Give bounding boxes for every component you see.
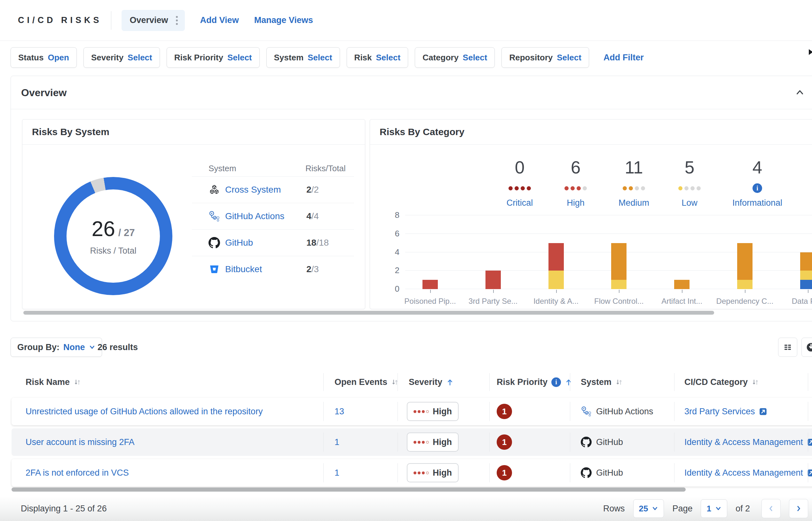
cell-separator <box>398 432 398 452</box>
open-events-link[interactable]: 1 <box>335 437 339 447</box>
column-label: Severity <box>409 377 442 387</box>
column-header-risk-name[interactable]: Risk Name <box>26 377 81 387</box>
bar-segment-high <box>486 271 501 289</box>
risks-by-category-chart: 02468Poisoned Pip...3rd Party Se...Ident… <box>405 215 812 289</box>
collapse-chevron-up-icon[interactable] <box>794 87 805 99</box>
x-axis-category-label: Identity & A... <box>524 297 588 306</box>
bar-segment-high <box>423 280 438 289</box>
table-horizontal-scrollbar[interactable] <box>12 488 686 492</box>
risk-name-link[interactable]: 2FA is not enforced in VCS <box>26 468 129 478</box>
table-row[interactable]: User account is missing 2FA 1 High 1 Git… <box>12 428 812 456</box>
y-axis-tick-label: 2 <box>381 266 400 275</box>
dot <box>577 186 581 190</box>
system-table-header: System Risks/Total <box>192 163 354 177</box>
github-icon <box>581 437 592 448</box>
cell-separator <box>674 402 675 421</box>
category-link[interactable]: Identity & Access Management <box>684 468 803 478</box>
dot <box>678 186 682 190</box>
column-separator <box>398 373 398 391</box>
category-link[interactable]: Identity & Access Management <box>684 437 803 447</box>
dot <box>697 186 701 190</box>
overview-horizontal-scrollbar[interactable] <box>23 311 714 315</box>
table-row[interactable]: Unrestricted usage of GitHub Actions all… <box>12 398 812 425</box>
next-page-button[interactable] <box>789 499 808 518</box>
add-view-link[interactable]: Add View <box>200 15 239 25</box>
column-header-risk-priority[interactable]: Risk Priority i <box>497 377 573 387</box>
chevron-right-icon <box>795 505 803 513</box>
rows-per-page-select[interactable]: 25 <box>633 499 664 518</box>
filter-value: Select <box>128 53 152 63</box>
severity-label-link[interactable]: Low <box>654 198 725 208</box>
group-by-dropdown[interactable]: Group By: None <box>10 338 102 357</box>
system-row-bitbucket: Bitbucket 2/3 <box>192 256 354 282</box>
donut-caption: Risks / Total <box>90 246 136 256</box>
filter-chip-system[interactable]: System Select <box>266 47 340 68</box>
dot <box>418 441 421 444</box>
risk-name-link[interactable]: User account is missing 2FA <box>26 437 135 447</box>
column-header-cicd-category[interactable]: CI/CD Category <box>684 377 759 387</box>
kebab-menu-icon[interactable] <box>175 15 179 26</box>
bar-segment-medium <box>737 243 752 280</box>
cell-separator <box>489 432 490 452</box>
chevron-down-icon <box>89 344 95 350</box>
download-button[interactable] <box>802 338 812 357</box>
filter-label: Risk <box>354 53 372 63</box>
sort-asc-icon <box>565 378 573 386</box>
system-link[interactable]: Bitbucket <box>225 264 262 274</box>
tab-overview[interactable]: Overview <box>122 10 185 31</box>
info-icon[interactable]: i <box>551 377 561 387</box>
system-value: GitHub <box>596 468 623 478</box>
filter-chip-risk-priority[interactable]: Risk Priority Select <box>167 47 260 68</box>
severity-dots <box>413 441 429 444</box>
severity-label-link[interactable]: Informational <box>722 198 792 208</box>
column-header-open-events[interactable]: Open Events <box>335 377 399 387</box>
cell-separator <box>808 463 808 482</box>
system-link[interactable]: GitHub <box>225 237 253 248</box>
x-axis-tick <box>682 290 682 293</box>
page-value: 1 <box>706 504 711 514</box>
column-separator <box>674 373 675 391</box>
y-axis-tick-label: 8 <box>381 210 400 220</box>
filter-chip-repository[interactable]: Repository Select <box>501 47 589 68</box>
filter-chip-severity[interactable]: Severity Select <box>84 47 160 68</box>
columns-settings-button[interactable] <box>778 338 797 357</box>
previous-page-button[interactable] <box>762 499 781 518</box>
card-title-row: Risks By System <box>22 119 365 145</box>
page-label: Page <box>672 504 692 514</box>
page-select[interactable]: 1 <box>701 499 727 518</box>
dot <box>422 472 425 474</box>
risk-name-link[interactable]: Unrestricted usage of GitHub Actions all… <box>26 407 262 416</box>
system-risks-total: 2/3 <box>306 264 319 274</box>
x-axis-category-label: Dependency C... <box>713 297 777 306</box>
category-cell: Identity & Access Management <box>684 468 812 478</box>
overview-panel-header: Overview <box>11 76 812 109</box>
category-link[interactable]: 3rd Party Services <box>684 407 755 416</box>
risks-total-column-header: Risks/Total <box>305 163 346 174</box>
external-link-icon[interactable] <box>759 407 767 415</box>
system-link[interactable]: GitHub Actions <box>225 211 284 221</box>
filter-chip-category[interactable]: Category Select <box>415 47 495 68</box>
add-filter-link[interactable]: Add Filter <box>603 53 644 63</box>
column-header-severity[interactable]: Severity <box>409 377 454 387</box>
scroll-right-icon[interactable] <box>809 49 812 57</box>
filter-chip-status[interactable]: Status Open <box>10 47 77 68</box>
risks-table-header: Risk Name Open Events Severity Risk Prio… <box>12 372 812 392</box>
cell-separator <box>570 402 570 421</box>
system-link[interactable]: Cross System <box>225 185 281 195</box>
github-icon <box>209 237 220 249</box>
filter-chip-risk[interactable]: Risk Select <box>347 47 408 68</box>
cell-separator <box>570 463 570 482</box>
filter-label: Category <box>423 53 458 63</box>
donut-total-value: / 27 <box>118 227 135 239</box>
sort-asc-icon <box>446 378 454 386</box>
dot <box>684 186 688 190</box>
gridline <box>405 215 812 215</box>
table-row[interactable]: 2FA is not enforced in VCS 1 High 1 GitH… <box>12 459 812 486</box>
open-events-link[interactable]: 13 <box>335 407 344 416</box>
manage-views-link[interactable]: Manage Views <box>254 15 313 25</box>
dot <box>515 186 519 190</box>
x-axis-category-label: Artifact Int... <box>650 297 714 306</box>
column-header-system[interactable]: System <box>581 377 623 387</box>
open-events-link[interactable]: 1 <box>335 468 339 478</box>
risks-donut-chart: 26 / 27 Risks / Total <box>54 177 172 295</box>
